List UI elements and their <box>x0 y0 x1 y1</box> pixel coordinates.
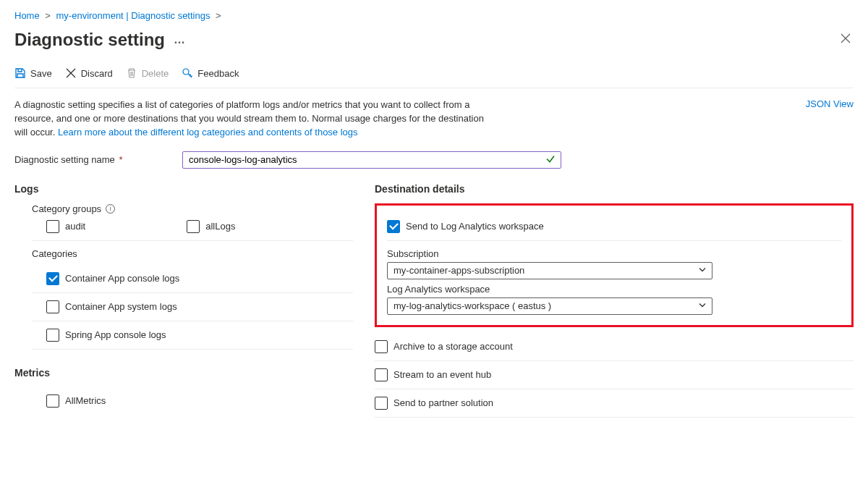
info-icon[interactable]: i <box>106 204 115 214</box>
learn-more-link[interactable]: Learn more about the different log categ… <box>58 127 358 138</box>
checkbox-box <box>387 220 400 233</box>
json-view-link[interactable]: JSON View <box>806 98 854 109</box>
feedback-label: Feedback <box>197 68 239 79</box>
highlighted-destination: Send to Log Analytics workspace Subscrip… <box>375 203 854 327</box>
checkbox-label: Container App console logs <box>65 273 179 284</box>
checkbox-box <box>46 272 59 285</box>
checkbox-label: Container App system logs <box>65 301 177 312</box>
chevron-right-icon: > <box>45 10 51 21</box>
save-label: Save <box>30 68 52 79</box>
page-title-text: Diagnostic setting <box>14 30 165 50</box>
categories-label: Categories <box>32 248 77 259</box>
checkbox-send-log-analytics[interactable]: Send to Log Analytics workspace <box>387 220 841 233</box>
checkbox-box <box>46 300 59 313</box>
checkbox-archive-storage[interactable]: Archive to a storage account <box>375 340 854 353</box>
workspace-select[interactable]: my-log-analytics-workspace ( eastus ) <box>387 297 712 315</box>
diagnostic-name-input[interactable] <box>182 151 561 169</box>
checkbox-label: audit <box>65 221 85 232</box>
close-icon <box>841 33 851 43</box>
toolbar: Save Discard Delete Feedback <box>14 67 854 88</box>
feedback-icon <box>182 67 193 79</box>
checkbox-label: Stream to an event hub <box>393 369 491 380</box>
save-icon <box>14 67 26 79</box>
checkbox-label: Archive to a storage account <box>393 341 513 352</box>
x-icon <box>65 67 77 79</box>
checkbox-label: Send to Log Analytics workspace <box>406 221 544 232</box>
workspace-label: Log Analytics workspace <box>387 284 841 295</box>
close-button[interactable] <box>838 30 854 49</box>
logs-section-title: Logs <box>14 183 353 195</box>
checkbox-alllogs[interactable]: allLogs <box>187 220 235 233</box>
breadcrumb: Home > my-environment | Diagnostic setti… <box>14 10 854 21</box>
checkbox-box <box>46 329 59 342</box>
description-row: A diagnostic setting specifies a list of… <box>14 98 854 140</box>
save-button[interactable]: Save <box>14 67 52 79</box>
checkbox-label: AllMetrics <box>65 395 106 406</box>
description-text: A diagnostic setting specifies a list of… <box>14 98 492 140</box>
metrics-section-title: Metrics <box>14 367 353 379</box>
breadcrumb-env[interactable]: my-environment | Diagnostic settings <box>56 10 210 21</box>
checkbox-box <box>46 394 59 408</box>
trash-icon <box>126 67 137 79</box>
checkbox-audit[interactable]: audit <box>46 220 85 233</box>
subscription-label: Subscription <box>387 248 841 259</box>
subscription-select[interactable]: my-container-apps-subscription <box>387 262 712 279</box>
checkbox-label: Send to partner solution <box>393 397 493 408</box>
checkbox-box <box>187 220 200 233</box>
checkbox-box <box>375 397 388 410</box>
more-actions-button[interactable]: … <box>174 33 186 46</box>
name-label: Diagnostic setting name * <box>14 154 182 165</box>
required-asterisk: * <box>119 154 122 165</box>
feedback-button[interactable]: Feedback <box>182 67 239 79</box>
checkmark-icon <box>545 153 556 166</box>
checkbox-partner-solution[interactable]: Send to partner solution <box>375 397 854 410</box>
checkbox-system-logs[interactable]: Container App system logs <box>46 300 353 313</box>
checkbox-box <box>375 340 388 353</box>
delete-button: Delete <box>126 67 169 79</box>
category-groups-label: Category groups <box>32 203 101 214</box>
checkbox-box <box>46 220 59 233</box>
name-field-row: Diagnostic setting name * <box>14 151 854 169</box>
checkbox-box <box>375 368 388 381</box>
page-title-row: Diagnostic setting … <box>14 30 854 50</box>
chevron-right-icon: > <box>216 10 221 21</box>
discard-label: Discard <box>81 68 113 79</box>
checkbox-console-logs[interactable]: Container App console logs <box>46 272 353 285</box>
checkbox-spring-logs[interactable]: Spring App console logs <box>46 329 353 342</box>
discard-button[interactable]: Discard <box>65 67 113 79</box>
delete-label: Delete <box>142 68 169 79</box>
checkbox-label: Spring App console logs <box>65 329 166 340</box>
checkbox-stream-eventhub[interactable]: Stream to an event hub <box>375 368 854 381</box>
breadcrumb-home[interactable]: Home <box>14 10 40 21</box>
page-title: Diagnostic setting … <box>14 30 186 50</box>
checkbox-allmetrics[interactable]: AllMetrics <box>46 394 353 408</box>
checkbox-label: allLogs <box>205 221 235 232</box>
destination-section-title: Destination details <box>375 183 854 195</box>
